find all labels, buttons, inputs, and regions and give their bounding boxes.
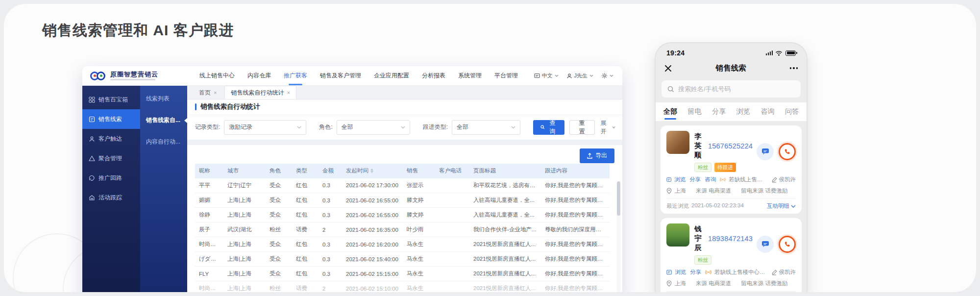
col-start-time[interactable]: 发起时间	[342, 164, 403, 178]
leads-activity-table: 昵称 城市 角色 类型 金额 发起时间 销售 客户电话 页面标题 跟进内容	[195, 164, 610, 293]
interaction-icon	[666, 269, 672, 275]
col-type: 类型	[292, 164, 318, 178]
table-scrollbar[interactable]	[617, 181, 620, 293]
phone-call-icon	[784, 148, 790, 155]
submenu-item-lead-activity[interactable]: 销售线索自...	[140, 116, 187, 124]
more-menu-icon[interactable]	[790, 67, 798, 69]
agent: 侯凯许	[771, 269, 796, 276]
mobile-nav-bar: 销售线索	[656, 59, 807, 77]
chevron-down-icon	[791, 205, 796, 208]
logo-text: 原圈智慧营销云	[110, 71, 158, 77]
close-icon[interactable]	[664, 65, 672, 72]
scrollbar-thumb[interactable]	[617, 181, 620, 216]
browse-link[interactable]: 浏览	[675, 269, 686, 276]
table-row[interactable]: 媚媚 上海|上海 受众 红包 0.3 2021-06-02 16:55:00 滕…	[195, 193, 610, 208]
sidebar-item-aggregation[interactable]: 聚合管理	[82, 148, 140, 168]
tab-qa[interactable]: 问答	[785, 102, 799, 121]
sidebar-item-customer-reach[interactable]: 客户触达	[82, 129, 140, 148]
close-tab-icon[interactable]: ×	[287, 90, 290, 96]
chat-button[interactable]	[757, 236, 774, 253]
chat-button[interactable]	[757, 143, 774, 160]
nav-item-sales-customer[interactable]: 销售及客户管理	[314, 66, 368, 85]
chevron-down-icon	[610, 74, 613, 77]
tab-left-phone[interactable]: 留电	[688, 102, 702, 121]
filter-label-role: 角色:	[319, 123, 332, 131]
submenu-item-lead-list[interactable]: 线索列表	[140, 95, 187, 103]
campaign-page: 若缺线上售楼中心...	[729, 176, 768, 183]
settings-menu[interactable]	[601, 73, 613, 79]
nav-item-promotion[interactable]: 推广获客	[277, 66, 314, 85]
search-button[interactable]: 查询	[533, 120, 564, 135]
lead-card[interactable]: 李英顺 15676525224 粉丝 待跟进	[661, 125, 802, 214]
lead-phone-number: 18938472143	[708, 235, 753, 243]
campaign-page: 若缺线上售楼中心的H5...	[714, 269, 768, 276]
table-row[interactable]: げダー船長 上海|上海 受众 红包 0.3 2021-06-02 15:40:0…	[195, 252, 610, 267]
table-row[interactable]: 徐静 上海|上海 受众 红包 0.3 2021-06-02 16:55:00 滕…	[195, 208, 610, 222]
agent-pen-icon	[771, 270, 777, 275]
tab-all[interactable]: 全部	[663, 102, 677, 121]
nav-item-system[interactable]: 系统管理	[452, 66, 488, 85]
close-tab-icon[interactable]: ×	[214, 90, 217, 96]
nav-item-analytics[interactable]: 分析报表	[416, 66, 452, 85]
consult-link[interactable]: 咨询	[705, 176, 716, 183]
reset-button[interactable]: 重置	[569, 120, 595, 135]
sidebar-item-activity-tracking[interactable]: 活动跟踪	[82, 188, 140, 207]
last-visit-label: 最近浏览	[666, 202, 689, 210]
lead-phone-number: 15676525224	[708, 142, 753, 150]
page-tabs: 首页× 销售线索自行动统计×	[187, 86, 622, 99]
share-link[interactable]: 分享	[689, 176, 701, 183]
app-logo[interactable]: 原圈智慧营销云	[82, 71, 193, 81]
chevron-down-icon	[511, 126, 515, 129]
record-type-select[interactable]: 激励记录	[224, 120, 306, 135]
role-select[interactable]: 全部	[337, 120, 410, 135]
nav-item-online-sales[interactable]: 线上销售中心	[193, 66, 241, 85]
broadcast-icon	[705, 270, 711, 275]
agent-pen-icon	[771, 177, 777, 183]
chevron-down-icon	[589, 74, 593, 77]
language-switcher[interactable]: 中文	[534, 72, 559, 79]
share-link[interactable]: 分享	[690, 269, 701, 276]
lead-source: 来源 电商渠道	[696, 187, 731, 195]
tab-browse[interactable]: 浏览	[736, 102, 750, 121]
nav-item-enterprise-config[interactable]: 企业应用配置	[368, 66, 416, 85]
table-row[interactable]: FLY 上海|上海 受众 红包 0.3 2021-06-02 15:15:00 …	[195, 267, 610, 281]
tab-consult[interactable]: 咨询	[760, 102, 774, 121]
lead-name: 钱宇辰	[694, 224, 704, 252]
browse-link[interactable]: 浏览	[674, 176, 686, 183]
col-nickname: 昵称	[195, 164, 223, 178]
signal-icon	[766, 50, 773, 55]
user-menu[interactable]: J先生	[566, 72, 594, 79]
nav-item-platform[interactable]: 平台管理	[488, 66, 524, 85]
lead-city: 上海	[675, 280, 686, 287]
tab-home[interactable]: 首页×	[193, 86, 222, 99]
tab-lead-activity-stats[interactable]: 销售线索自行动统计×	[224, 86, 296, 99]
followup-type-select[interactable]: 全部	[452, 120, 520, 135]
col-followup-content: 跟进内容	[541, 164, 610, 178]
results-table-card: 导出 昵称 城市 角色 类型 金	[187, 145, 622, 293]
sidebar-item-sales-toolbox[interactable]: 销售百宝箱	[82, 90, 140, 109]
sidebar-item-sales-leads[interactable]: 销售线索	[82, 109, 140, 129]
search-placeholder: 搜索姓名/手机号码	[678, 85, 731, 94]
lead-card[interactable]: 钱宇辰 18938472143 粉丝	[661, 218, 802, 292]
location-pin-icon	[666, 188, 672, 194]
table-row[interactable]: 平平 辽宁|辽宁 受众 红包 0.3 2021-06-02 17:30:00 张…	[195, 178, 610, 193]
sort-icon[interactable]	[370, 169, 373, 173]
wifi-icon	[775, 50, 783, 56]
interaction-detail-link[interactable]: 互动明细	[767, 202, 796, 210]
table-row[interactable]: 时尚法女孩 上海|上海 粉丝 话费 2 2021-06-02 15:10:00 …	[195, 281, 610, 293]
search-input[interactable]: 搜索姓名/手机号码	[662, 80, 801, 98]
content-title: 销售线索自行动统计	[200, 102, 260, 111]
table-row[interactable]: 辰子 武汉|湖北 粉丝 话费 2 2021-06-02 16:35:00 叶少雨…	[195, 222, 610, 237]
call-button[interactable]	[779, 236, 796, 253]
mobile-app-screen: 19:24 销售线索 搜索姓名/手机号码 全部 留电 分享 浏览 咨询 问答	[655, 42, 808, 292]
table-row[interactable]: 时尚法女孩 上海|上海 受众 红包 0.3 2021-06-02 16:20:0…	[195, 237, 610, 252]
expand-filters-link[interactable]: 展开	[601, 119, 615, 136]
nav-item-content-library[interactable]: 内容仓库	[241, 66, 277, 85]
call-button[interactable]	[779, 143, 796, 160]
export-button[interactable]: 导出	[580, 148, 614, 163]
lead-name: 李英顺	[694, 132, 704, 160]
avatar	[666, 131, 689, 154]
submenu-item-content-activity[interactable]: 内容自行动...	[140, 138, 187, 146]
sidebar-item-promotion-loop[interactable]: 推广回路	[82, 168, 140, 188]
tab-share[interactable]: 分享	[712, 102, 726, 121]
